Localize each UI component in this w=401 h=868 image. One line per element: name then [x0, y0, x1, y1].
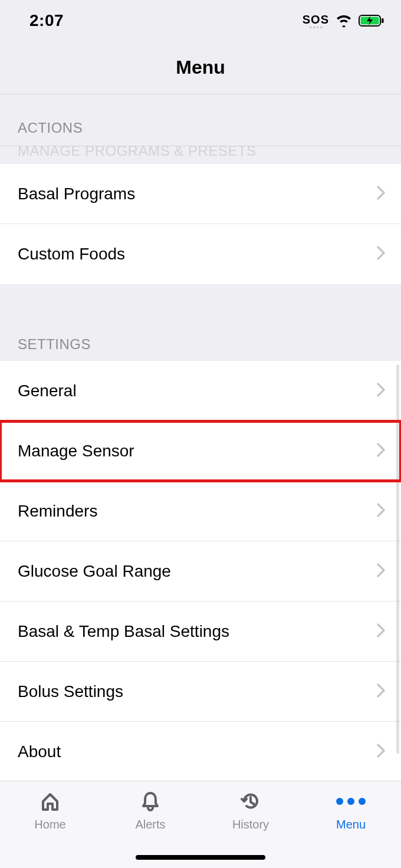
row-label: Bolus Settings: [18, 682, 123, 701]
programs-list: Basal Programs Custom Foods: [0, 164, 401, 284]
row-reminders[interactable]: Reminders: [0, 481, 401, 541]
svg-rect-2: [382, 18, 384, 23]
row-label: General: [18, 382, 77, 400]
tab-menu[interactable]: Menu: [301, 781, 401, 868]
sos-indicator: SOS: [303, 14, 329, 28]
row-about[interactable]: About: [0, 722, 401, 782]
status-icons: SOS: [303, 14, 384, 28]
chevron-right-icon: [376, 743, 386, 761]
tab-label: Alerts: [135, 818, 165, 831]
chevron-right-icon: [376, 623, 386, 640]
tab-label: Home: [34, 818, 65, 831]
row-label: Basal & Temp Basal Settings: [18, 622, 229, 641]
section-header-settings: SETTINGS: [0, 308, 401, 361]
row-label: Basal Programs: [18, 185, 135, 203]
chevron-right-icon: [376, 382, 386, 400]
row-general[interactable]: General: [0, 361, 401, 421]
status-time: 2:07: [29, 11, 64, 30]
chevron-right-icon: [376, 442, 386, 460]
row-label: Custom Foods: [18, 245, 125, 264]
chevron-right-icon: [376, 502, 386, 520]
battery-charging-icon: [359, 14, 384, 27]
home-icon: [38, 790, 62, 813]
status-bar: 2:07 SOS: [0, 0, 401, 41]
wifi-icon: [335, 14, 353, 27]
page-title: Menu: [176, 57, 225, 78]
row-label: Reminders: [18, 502, 97, 521]
row-manage-sensor[interactable]: Manage Sensor: [0, 421, 401, 481]
tab-home[interactable]: Home: [0, 781, 100, 868]
chevron-right-icon: [376, 185, 386, 203]
row-glucose-goal-range[interactable]: Glucose Goal Range: [0, 541, 401, 601]
tab-label: History: [232, 818, 269, 831]
row-label: Glucose Goal Range: [18, 562, 171, 581]
section-header-actions-label: ACTIONS: [18, 120, 83, 136]
section-header-settings-label: SETTINGS: [18, 336, 91, 353]
settings-list: General Manage Sensor Reminders Glucose …: [0, 361, 401, 782]
tab-bar: Home Alerts History Menu: [0, 781, 401, 868]
home-indicator[interactable]: [136, 855, 265, 860]
nav-bar: Menu: [0, 41, 401, 94]
sos-text: SOS: [303, 14, 329, 25]
section-header-actions: ACTIONS: [0, 94, 401, 146]
more-icon: [336, 790, 366, 813]
row-label: Manage Sensor: [18, 442, 134, 461]
tab-label: Menu: [336, 818, 366, 831]
content-scroll[interactable]: Basal Programs Custom Foods SETTINGS Gen…: [0, 146, 401, 781]
history-icon: [239, 790, 262, 813]
row-custom-foods[interactable]: Custom Foods: [0, 224, 401, 284]
row-basal-programs[interactable]: Basal Programs: [0, 164, 401, 224]
chevron-right-icon: [376, 245, 386, 263]
row-bolus-settings[interactable]: Bolus Settings: [0, 662, 401, 722]
row-label: About: [18, 742, 61, 761]
chevron-right-icon: [376, 683, 386, 701]
bell-icon: [139, 790, 162, 813]
row-basal-temp-settings[interactable]: Basal & Temp Basal Settings: [0, 601, 401, 662]
chevron-right-icon: [376, 563, 386, 580]
